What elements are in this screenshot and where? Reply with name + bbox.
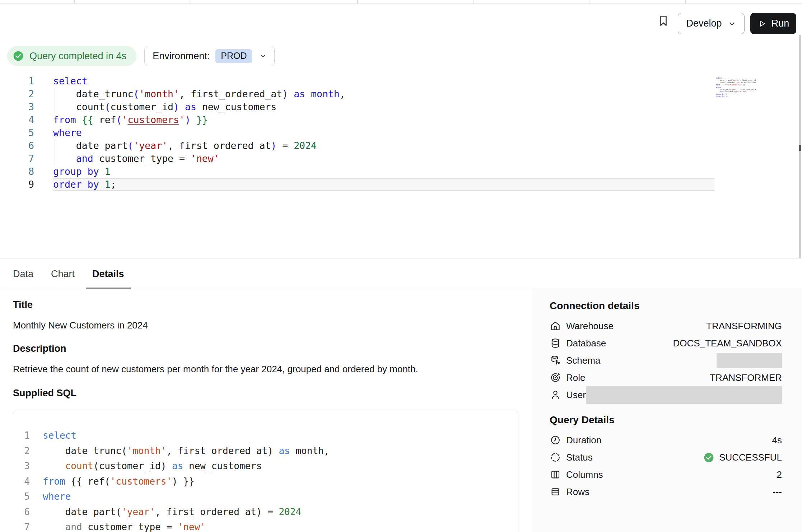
- code-token: [305, 88, 311, 99]
- line-number: 1: [0, 75, 34, 88]
- code-token: (: [116, 114, 122, 125]
- code-token: ): [282, 88, 288, 99]
- row-label: Schema: [566, 355, 600, 366]
- code-token: [191, 114, 196, 125]
- code-token: customer_type =: [93, 153, 191, 164]
- code-token: customer_id: [111, 101, 174, 112]
- title-value: Monthly New Customers in 2024: [13, 320, 518, 331]
- code-line[interactable]: 3 count(customer_id) as new_customers: [0, 101, 802, 113]
- code-text: count(customer_id) as new_customers: [53, 101, 714, 113]
- row-label: Database: [566, 338, 606, 349]
- code-token: select: [43, 430, 76, 441]
- warehouse-icon: [550, 320, 561, 332]
- file-tabstrip[interactable]: [0, 0, 802, 4]
- code-token: and: [76, 153, 93, 164]
- code-token: from: [43, 476, 65, 487]
- code-token: customer_type =: [723, 90, 742, 93]
- query-row-status: Status SUCCESSFUL: [550, 449, 782, 466]
- line-number: 6: [13, 504, 30, 520]
- rows-value: ---: [773, 486, 782, 498]
- query-details-heading: Query Details: [550, 414, 782, 426]
- code-token: customers: [127, 114, 179, 125]
- code-line: 7 and customer_type = 'new': [13, 519, 518, 532]
- editor-scrollbar-thumb[interactable]: [799, 145, 801, 151]
- code-token: , first_ordered_at: [740, 79, 756, 81]
- database-icon: [550, 337, 561, 349]
- code-token: date_trunc(: [43, 445, 127, 456]
- user-value-redacted: [586, 386, 782, 404]
- code-token: and: [65, 522, 82, 532]
- code-token: 1: [105, 179, 111, 190]
- code-line[interactable]: 5where: [0, 126, 802, 139]
- tab-divider: [74, 0, 75, 4]
- editor-minimap[interactable]: 1select2 date_trunc('month', first_order…: [716, 77, 756, 103]
- tab-details[interactable]: Details: [86, 259, 131, 289]
- line-number: 5: [13, 489, 30, 504]
- code-token: 'year': [731, 88, 737, 90]
- code-token: as: [294, 88, 305, 99]
- develop-dropdown-button[interactable]: Develop: [678, 13, 745, 34]
- line-number: 5: [0, 126, 34, 139]
- tab-chart[interactable]: Chart: [45, 259, 81, 289]
- query-status-badge: Query completed in 4s: [7, 46, 136, 66]
- code-token: 2024: [279, 507, 301, 517]
- code-text: and customer_type = 'new': [43, 519, 518, 532]
- code-line[interactable]: 2 date_trunc('month', first_ordered_at) …: [0, 88, 802, 101]
- code-token: , first_ordered_at: [179, 88, 282, 99]
- code-token: 'year': [133, 140, 168, 151]
- row-label: Rows: [566, 486, 589, 498]
- code-token: [716, 90, 720, 93]
- code-line[interactable]: 8group by 1: [0, 165, 802, 178]
- code-token: [76, 114, 82, 125]
- clock-icon: [550, 434, 561, 446]
- code-token: where: [43, 491, 71, 502]
- code-token: order by: [53, 179, 99, 190]
- run-button[interactable]: Run: [750, 13, 796, 34]
- query-row-columns: Columns 2: [550, 466, 782, 483]
- code-token: ;: [111, 179, 116, 190]
- code-line[interactable]: 9order by 1;: [0, 178, 802, 191]
- code-token: 'new': [178, 522, 206, 532]
- connection-row-role: Role TRANSFORMER: [550, 369, 782, 386]
- code-line[interactable]: 4from {{ ref('customers') }}: [0, 113, 802, 126]
- bookmark-button[interactable]: [656, 13, 671, 29]
- sql-editor[interactable]: 1select2 date_trunc('month', first_order…: [0, 75, 802, 258]
- code-token: [288, 88, 294, 99]
- query-row-rows: Rows ---: [550, 483, 782, 500]
- code-token: =: [276, 140, 294, 151]
- code-token: month,: [290, 445, 330, 456]
- code-token: where: [53, 127, 82, 138]
- code-token: (: [105, 101, 111, 112]
- supplied-sql-block: 1select2 date_trunc('month', first_order…: [13, 410, 518, 532]
- columns-value: 2: [777, 469, 782, 480]
- code-text: where: [53, 126, 714, 139]
- code-text: date_trunc('month', first_ordered_at) as…: [53, 88, 714, 101]
- role-target-icon: [550, 372, 561, 383]
- row-label: Status: [566, 452, 593, 463]
- code-text: from {{ ref('customers') }}: [53, 113, 714, 126]
- line-number: 7: [0, 152, 34, 165]
- toolbar: Develop Run: [0, 4, 802, 36]
- code-line[interactable]: 7 and customer_type = 'new': [0, 152, 802, 165]
- code-token: [99, 166, 105, 177]
- code-line[interactable]: 1select: [0, 75, 802, 88]
- line-number: 6: [0, 139, 34, 152]
- code-token: ): [271, 140, 276, 151]
- line-number: 4: [0, 113, 34, 126]
- code-line[interactable]: 6 date_part('year', first_ordered_at) = …: [0, 139, 802, 152]
- tab-data[interactable]: Data: [6, 259, 40, 289]
- role-value: TRANSFORMER: [710, 372, 782, 383]
- code-token: [179, 101, 185, 112]
- code-token: customers: [730, 84, 740, 86]
- line-number: 3: [0, 101, 34, 113]
- code-token: [99, 179, 105, 190]
- code-token: (: [133, 88, 139, 99]
- code-text: order by 1;: [53, 178, 714, 191]
- tab-divider: [589, 0, 589, 4]
- status-successful-badge: SUCCESSFUL: [703, 452, 782, 463]
- code-token: date_part: [716, 88, 730, 90]
- code-line: 3 count(customer_id) as new_customers: [13, 458, 518, 474]
- status-value: SUCCESSFUL: [719, 452, 782, 463]
- environment-dropdown[interactable]: Environment: PROD: [144, 46, 275, 66]
- editor-scrollbar-track[interactable]: [799, 35, 801, 258]
